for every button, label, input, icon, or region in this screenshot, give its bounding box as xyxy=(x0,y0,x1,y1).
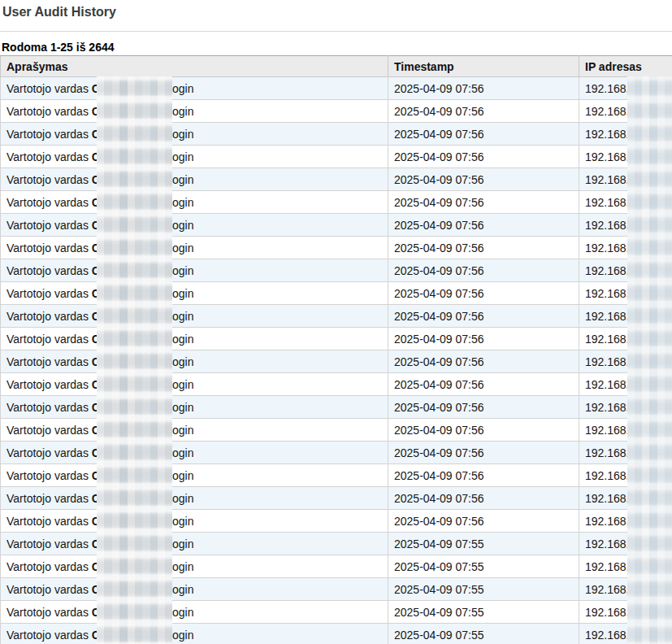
timestamp-cell: 2025-04-09 07:56 xyxy=(388,282,579,305)
description-cell: Vartotojo vardas Clogin xyxy=(1,123,388,146)
description-prefix-text: Vartotojo vardas xyxy=(7,128,92,141)
description-action-text: login xyxy=(170,355,194,368)
timestamp-cell: 2025-04-09 07:56 xyxy=(388,123,579,146)
description-action-text: login xyxy=(170,128,194,141)
timestamp-cell: 2025-04-09 07:55 xyxy=(388,555,579,578)
page-title: User Audit History xyxy=(2,5,672,20)
description-cell: Vartotojo vardas Clogin xyxy=(1,100,388,123)
description-cell: Vartotojo vardas Clogin xyxy=(1,373,388,396)
ip-prefix-text: 192.168. xyxy=(585,150,630,163)
description-cell: Vartotojo vardas Clogin xyxy=(1,487,388,510)
description-action-text: login xyxy=(170,333,194,346)
description-cell: Vartotojo vardas Clogin xyxy=(1,77,388,100)
ip-prefix-text: 192.168. xyxy=(585,560,630,573)
ip-prefix-text: 192.168. xyxy=(585,515,630,528)
description-prefix-text: Vartotojo vardas xyxy=(7,264,92,277)
description-action-text: login xyxy=(170,219,194,232)
description-prefix-text: Vartotojo vardas xyxy=(7,82,92,95)
redaction-overlay-ip-octets xyxy=(627,76,672,644)
ip-prefix-text: 192.168. xyxy=(585,355,630,368)
column-header-ip-address: IP adresas xyxy=(579,56,672,77)
description-prefix-text: Vartotojo vardas xyxy=(7,150,92,163)
ip-prefix-text: 192.168. xyxy=(585,333,630,346)
description-cell: Vartotojo vardas Clogin xyxy=(1,259,388,282)
description-action-text: login xyxy=(170,173,194,186)
title-divider xyxy=(0,31,672,32)
ip-prefix-text: 192.168. xyxy=(585,469,630,482)
ip-prefix-text: 192.168. xyxy=(585,401,630,414)
description-action-text: login xyxy=(170,537,194,550)
description-cell: Vartotojo vardas Clogin xyxy=(1,305,388,328)
description-action-text: login xyxy=(170,378,194,391)
pagination-summary: Rodoma 1-25 iš 2644 xyxy=(2,41,672,54)
table-header-row: Aprašymas Timestamp IP adresas xyxy=(1,56,672,77)
ip-prefix-text: 192.168. xyxy=(585,606,630,619)
timestamp-cell: 2025-04-09 07:56 xyxy=(388,464,579,487)
ip-prefix-text: 192.168. xyxy=(585,264,630,277)
description-cell: Vartotojo vardas Clogin xyxy=(1,464,388,487)
description-action-text: login xyxy=(170,606,194,619)
description-cell: Vartotojo vardas Clogin xyxy=(1,191,388,214)
ip-prefix-text: 192.168. xyxy=(585,583,630,596)
description-prefix-text: Vartotojo vardas xyxy=(7,515,92,528)
description-action-text: login xyxy=(170,629,194,642)
timestamp-cell: 2025-04-09 07:56 xyxy=(388,100,579,123)
description-cell: Vartotojo vardas Clogin xyxy=(1,624,388,644)
description-action-text: login xyxy=(170,560,194,573)
ip-prefix-text: 192.168. xyxy=(585,446,630,459)
ip-prefix-text: 192.168. xyxy=(585,196,630,209)
ip-prefix-text: 192.168. xyxy=(585,629,630,642)
ip-prefix-text: 192.168. xyxy=(585,82,630,95)
description-prefix-text: Vartotojo vardas xyxy=(7,333,92,346)
description-prefix-text: Vartotojo vardas xyxy=(7,629,92,642)
description-cell: Vartotojo vardas Clogin xyxy=(1,533,388,555)
description-action-text: login xyxy=(170,310,194,323)
ip-prefix-text: 192.168. xyxy=(585,242,630,255)
description-prefix-text: Vartotojo vardas xyxy=(7,105,92,118)
timestamp-cell: 2025-04-09 07:56 xyxy=(388,510,579,533)
timestamp-cell: 2025-04-09 07:56 xyxy=(388,259,579,282)
ip-prefix-text: 192.168. xyxy=(585,424,630,437)
ip-prefix-text: 192.168. xyxy=(585,537,630,550)
description-prefix-text: Vartotojo vardas xyxy=(7,560,92,573)
timestamp-cell: 2025-04-09 07:56 xyxy=(388,419,579,442)
description-prefix-text: Vartotojo vardas xyxy=(7,583,92,596)
description-prefix-text: Vartotojo vardas xyxy=(7,469,92,482)
description-action-text: login xyxy=(170,469,194,482)
ip-prefix-text: 192.168. xyxy=(585,287,630,300)
description-prefix-text: Vartotojo vardas xyxy=(7,492,92,505)
description-cell: Vartotojo vardas Clogin xyxy=(1,168,388,191)
description-action-text: login xyxy=(170,446,194,459)
timestamp-cell: 2025-04-09 07:55 xyxy=(388,533,579,555)
column-header-timestamp: Timestamp xyxy=(388,56,579,77)
description-action-text: login xyxy=(170,401,194,414)
timestamp-cell: 2025-04-09 07:56 xyxy=(388,214,579,237)
description-prefix-text: Vartotojo vardas xyxy=(7,401,92,414)
description-action-text: login xyxy=(170,583,194,596)
audit-table-container: Aprašymas Timestamp IP adresas Vartotojo… xyxy=(0,55,672,644)
description-cell: Vartotojo vardas Clogin xyxy=(1,237,388,259)
description-cell: Vartotojo vardas Clogin xyxy=(1,146,388,168)
description-cell: Vartotojo vardas Clogin xyxy=(1,282,388,305)
ip-prefix-text: 192.168. xyxy=(585,105,630,118)
description-cell: Vartotojo vardas Clogin xyxy=(1,555,388,578)
description-prefix-text: Vartotojo vardas xyxy=(7,287,92,300)
description-cell: Vartotojo vardas Clogin xyxy=(1,601,388,624)
description-cell: Vartotojo vardas Clogin xyxy=(1,350,388,373)
description-action-text: login xyxy=(170,492,194,505)
timestamp-cell: 2025-04-09 07:56 xyxy=(388,396,579,419)
timestamp-cell: 2025-04-09 07:56 xyxy=(388,146,579,168)
ip-prefix-text: 192.168. xyxy=(585,173,630,186)
description-prefix-text: Vartotojo vardas xyxy=(7,310,92,323)
description-prefix-text: Vartotojo vardas xyxy=(7,219,92,232)
description-prefix-text: Vartotojo vardas xyxy=(7,196,92,209)
description-cell: Vartotojo vardas Clogin xyxy=(1,442,388,464)
ip-prefix-text: 192.168. xyxy=(585,492,630,505)
description-action-text: login xyxy=(170,82,194,95)
timestamp-cell: 2025-04-09 07:56 xyxy=(388,168,579,191)
timestamp-cell: 2025-04-09 07:56 xyxy=(388,442,579,464)
description-action-text: login xyxy=(170,150,194,163)
timestamp-cell: 2025-04-09 07:56 xyxy=(388,373,579,396)
column-header-description: Aprašymas xyxy=(1,56,388,77)
redaction-overlay-usernames xyxy=(97,76,172,644)
